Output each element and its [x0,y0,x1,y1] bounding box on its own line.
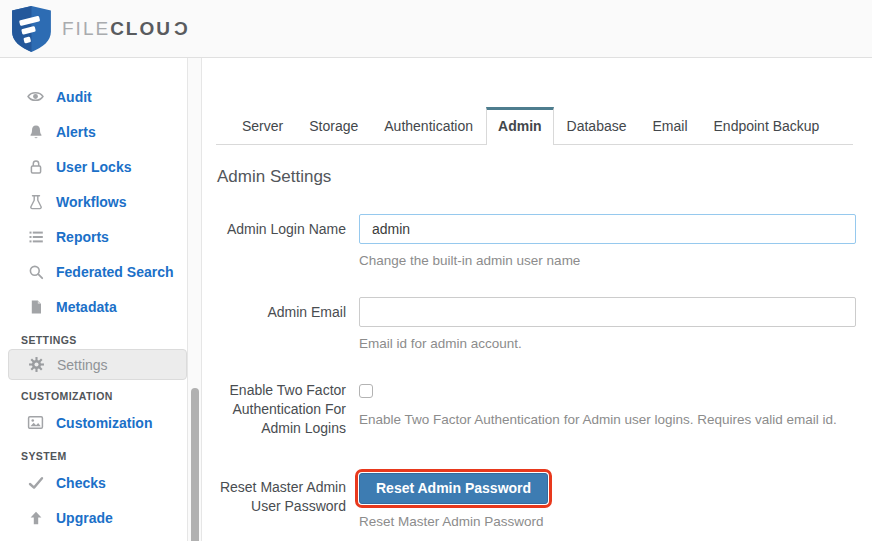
arrow-up-icon [27,509,44,526]
flask-icon [27,193,44,210]
page-title: Admin Settings [217,167,853,187]
section-header-settings: SETTINGS [0,334,187,346]
sidebar-item-user-locks[interactable]: User Locks [0,149,187,184]
tab-admin[interactable]: Admin [486,107,554,145]
sidebar: Audit Alerts User Locks Workflows [0,58,187,541]
admin-email-input[interactable] [359,297,856,327]
admin-login-name-label: Admin Login Name [216,214,346,270]
admin-login-name-help: Change the built-in admin user name [359,252,856,270]
sidebar-item-audit[interactable]: Audit [0,79,187,114]
check-icon [27,474,44,491]
form-row-reset-password: Reset Master Admin User Password Reset A… [216,469,853,531]
settings-tab-bar: Server Storage Authentication Admin Data… [216,105,853,145]
gear-icon [28,356,45,373]
sidebar-item-federated-search[interactable]: Federated Search [0,254,187,289]
lock-icon [27,158,44,175]
sidebar-item-checks[interactable]: Checks [0,465,187,500]
filecloud-logo[interactable]: FILECLOUC [10,5,188,53]
reset-password-label: Reset Master Admin User Password [216,469,346,531]
two-factor-label: Enable Two Factor Authentication For Adm… [216,380,346,438]
tab-database[interactable]: Database [554,109,640,144]
sidebar-item-reports[interactable]: Reports [0,219,187,254]
tab-authentication[interactable]: Authentication [371,109,486,144]
tab-email[interactable]: Email [640,109,701,144]
app-header: FILECLOUC [0,0,872,58]
sidebar-item-metadata[interactable]: Metadata [0,289,187,324]
two-factor-help: Enable Two Factor Authentication for Adm… [359,411,853,429]
sidebar-item-customization[interactable]: Customization [0,405,187,440]
section-header-system: SYSTEM [0,450,187,462]
scrollbar-thumb[interactable] [191,388,199,541]
admin-login-name-input[interactable] [359,214,856,244]
filecloud-admin-window: FILECLOUC Audit Alerts User Locks [0,0,872,541]
sidebar-item-workflows[interactable]: Workflows [0,184,187,219]
sidebar-item-settings[interactable]: Settings [8,349,187,380]
form-row-two-factor: Enable Two Factor Authentication For Adm… [216,380,853,438]
settings-panel: Server Storage Authentication Admin Data… [202,58,872,541]
form-row-admin-login-name: Admin Login Name Change the built-in adm… [216,214,853,270]
image-icon [27,414,44,431]
tab-endpoint-backup[interactable]: Endpoint Backup [701,109,833,144]
list-icon [27,228,44,245]
filecloud-wordmark: FILECLOUC [62,18,188,40]
bell-icon [27,123,44,140]
file-icon [27,298,44,315]
two-factor-checkbox[interactable] [359,384,373,398]
tab-storage[interactable]: Storage [296,109,371,144]
admin-email-help: Email id for admin account. [359,335,856,353]
filecloud-shield-icon [10,5,53,53]
tab-server[interactable]: Server [229,109,296,144]
section-header-customization: CUSTOMIZATION [0,390,187,402]
form-row-admin-email: Admin Email Email id for admin account. [216,297,853,353]
search-icon [27,263,44,280]
reset-password-help: Reset Master Admin Password [359,513,853,531]
sidebar-item-upgrade[interactable]: Upgrade [0,500,187,535]
admin-email-label: Admin Email [216,297,346,353]
eye-icon [27,88,44,105]
reset-admin-password-button[interactable]: Reset Admin Password [359,473,548,504]
sidebar-item-alerts[interactable]: Alerts [0,114,187,149]
sidebar-scrollbar[interactable] [187,58,202,541]
